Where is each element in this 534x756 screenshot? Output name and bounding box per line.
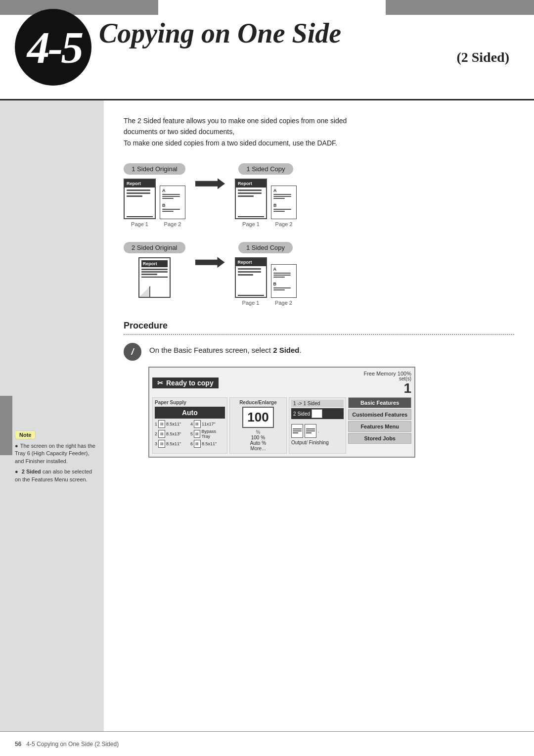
footer: 56 4-5 Copying on One Side (2 Sided) — [0, 731, 534, 756]
footer-page-number: 56 — [15, 741, 21, 748]
procedure-section: Procedure / On the Basic Features screen… — [124, 321, 514, 458]
doc-letter-a: A — [162, 188, 183, 193]
paper-size-3: 8.5x11" — [166, 441, 181, 446]
doc-report-copy: Report — [236, 180, 266, 188]
procedure-step-1: / On the Basic Features screen, select 2… — [124, 343, 514, 361]
paper-item-3[interactable]: 3 ▤ 8.5x11" — [155, 440, 189, 448]
page-doc-r2-p1: Report Page 1 — [235, 257, 267, 306]
doc-small-line — [273, 196, 291, 197]
procedure-title: Procedure — [124, 321, 514, 331]
screen-sided-column: 1 -> 1 Sided 2 Sided — [289, 397, 346, 454]
page-subtitle: (2 Sided) — [456, 49, 509, 65]
doc-underline — [238, 216, 264, 217]
doc-line — [127, 195, 142, 197]
title-area: Copying on One Side — [99, 17, 534, 49]
sided-2-text: 2 Sided — [293, 411, 310, 417]
doc-small-line — [162, 209, 180, 210]
paper-item-5[interactable]: 5 ▤ Bypass Tray — [190, 429, 225, 439]
feature-menu[interactable]: Features Menu — [348, 421, 411, 432]
page-label-2: Page 2 — [164, 221, 181, 227]
intro-text: The 2 Sided feature allows you to make o… — [124, 115, 514, 148]
sided-1-to-1[interactable]: 1 -> 1 Sided — [291, 400, 344, 407]
paper-icon-6: ▤ — [194, 440, 201, 448]
feature-customised-text: Customised Features — [352, 412, 407, 418]
arrow-2 — [195, 242, 225, 268]
note-badge: Note — [15, 430, 36, 439]
screen-paper-grid: 1 ▤ 8.5x11" 4 ▤ 11x17" 2 ▤ 8.5x13" — [155, 420, 225, 448]
doc-copy-letter-a: A — [273, 188, 294, 193]
arrow-right-icon-2 — [195, 257, 225, 268]
paper-num-3: 3 — [155, 441, 157, 446]
diagram-label-right-2: 1 Sided Copy — [238, 242, 293, 253]
feature-customised[interactable]: Customised Features — [348, 409, 411, 420]
paper-icon-5: ▤ — [194, 430, 200, 438]
feature-stored[interactable]: Stored Jobs — [348, 433, 411, 444]
doc-small-line — [273, 289, 285, 290]
doc-lines — [236, 266, 266, 294]
sided-dot-label: . — [318, 428, 319, 433]
diagram-group-left-1: 1 Sided Original Report Page 1 — [124, 163, 185, 227]
doc-small-line — [162, 211, 174, 212]
paper-icon-2: ▤ — [158, 430, 165, 438]
doc-lines — [236, 188, 266, 215]
screen-auto-pct[interactable]: Auto % — [250, 440, 266, 446]
sided-2[interactable]: 2 Sided — [291, 408, 344, 419]
output-finishing[interactable]: Output/ Finishing — [291, 440, 344, 445]
paper-item-1[interactable]: 1 ▤ 8.5x11" — [155, 420, 189, 428]
screen-100-value[interactable]: 100 — [242, 407, 273, 428]
doc-page2: A B — [160, 186, 185, 219]
main-content: The 2 Sided feature allows you to make o… — [104, 100, 534, 468]
doc-small-line — [273, 273, 291, 274]
doc-letter-b: B — [162, 203, 183, 208]
paper-num-6: 6 — [190, 441, 193, 446]
sided-icon-2 — [305, 424, 316, 438]
doc-underline — [238, 295, 264, 296]
arrow-right-icon — [195, 178, 225, 189]
footer-text: 4-5 Copying on One Side (2 Sided) — [26, 741, 119, 748]
header-gray-bar-left — [0, 0, 158, 15]
paper-num-2: 2 — [155, 431, 157, 436]
doc-r2-letter-b: B — [273, 282, 294, 286]
chapter-number: 4-5 — [27, 25, 82, 70]
page-doc-2sided: Report — [138, 257, 171, 298]
screen-body: Paper Supply Auto 1 ▤ 8.5x11" 4 ▤ 11x17" — [152, 397, 411, 454]
step-bold: 2 Sided — [273, 346, 299, 354]
doc-small-line — [273, 275, 291, 276]
paper-icon-3: ▤ — [158, 440, 165, 448]
paper-item-4[interactable]: 4 ▤ 11x17" — [190, 420, 225, 428]
doc-small-line — [273, 211, 285, 212]
paper-item-6[interactable]: 6 ▤ 8.5x11" — [190, 440, 225, 448]
screen-auto-button[interactable]: Auto — [155, 407, 225, 419]
intro-line1: The 2 Sided feature allows you to make o… — [124, 115, 514, 126]
diagram-pages-left-1: Report Page 1 A — [124, 179, 185, 227]
sets-value: 1 — [403, 380, 411, 396]
left-sidebar-dark — [0, 396, 12, 455]
diagram-pages-left-2: Report — [138, 257, 171, 298]
paper-item-2[interactable]: 2 ▤ 8.5x13" — [155, 429, 189, 439]
page-r2-label-2: Page 2 — [275, 300, 292, 306]
doc-r2-copy1: Report — [235, 257, 267, 298]
reduce-enlarge-label: Reduce/Enlarge — [239, 400, 277, 405]
screen-100-pct: 100 % — [251, 435, 265, 440]
page-copy-label-2: Page 2 — [275, 221, 293, 227]
step-number-text: / — [131, 347, 134, 357]
paper-size-2: 8.5x13" — [166, 431, 181, 436]
header: 4-5 Copying on One Side (2 Sided) — [0, 0, 534, 99]
screen-ready-to-copy: ✂ Ready to copy — [152, 378, 219, 388]
header-gray-bar-right — [386, 0, 534, 15]
page-doc-2: A B Page 2 — [160, 186, 185, 227]
diagram-group-left-2: 2 Sided Original Report — [124, 242, 185, 298]
doc-small-line — [273, 198, 285, 199]
doc-lines — [125, 188, 155, 215]
screen-paper-supply: Paper Supply Auto 1 ▤ 8.5x11" 4 ▤ 11x17" — [152, 397, 227, 454]
doc-line — [127, 192, 150, 194]
procedure-divider — [124, 334, 514, 335]
screen-percent: % — [256, 429, 260, 435]
feature-basic[interactable]: Basic Features — [348, 397, 411, 408]
screen-more[interactable]: More... — [250, 446, 266, 451]
screen-title-text: Ready to copy — [166, 379, 214, 387]
screen-title-bar: ✂ Ready to copy Free Memory 100% set(s) … — [152, 371, 411, 395]
doc-line — [238, 271, 262, 273]
page-doc-copy1: Report Page 1 — [235, 179, 267, 227]
doc-copy-page1: Report — [235, 179, 267, 219]
